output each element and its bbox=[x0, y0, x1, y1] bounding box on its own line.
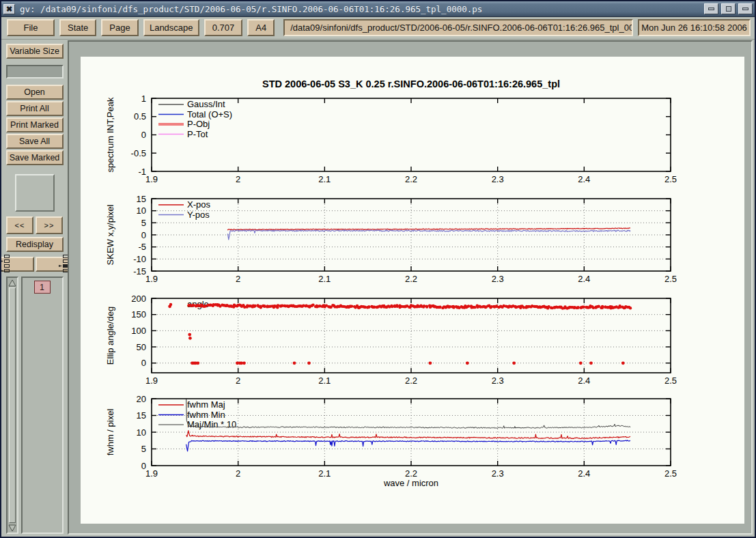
page-scrollbar[interactable] bbox=[6, 277, 18, 534]
app-body: Variable Size Open Print All Print Marke… bbox=[1, 40, 755, 537]
svg-text:2.2: 2.2 bbox=[405, 376, 417, 386]
maximize-icon bbox=[726, 6, 731, 12]
svg-text:2.5: 2.5 bbox=[664, 174, 677, 184]
titlebar[interactable]: ✖ gv: /data09/sinfoni/dfs_product/STD/20… bbox=[1, 1, 755, 17]
series-angle-band bbox=[187, 303, 632, 310]
scroll-up-icon bbox=[8, 279, 16, 287]
svg-text:0: 0 bbox=[141, 130, 146, 140]
scroll-down-icon bbox=[8, 524, 16, 532]
svg-text:2.4: 2.4 bbox=[578, 468, 590, 479]
svg-text:2.1: 2.1 bbox=[318, 376, 331, 386]
state-button[interactable]: State bbox=[59, 19, 96, 36]
svg-text:5: 5 bbox=[141, 444, 146, 454]
page-nav: << >> bbox=[6, 216, 63, 234]
legend-label-0-1: Total (O+S) bbox=[187, 109, 232, 119]
svg-text:2.2: 2.2 bbox=[405, 274, 417, 284]
print-all-button[interactable]: Print All bbox=[6, 101, 64, 116]
svg-text:0.5: 0.5 bbox=[134, 111, 146, 122]
svg-text:150: 150 bbox=[131, 309, 146, 320]
page-list-item[interactable]: 1 bbox=[34, 281, 51, 294]
save-marked-button[interactable]: Save Marked bbox=[6, 150, 64, 165]
svg-text:15: 15 bbox=[137, 194, 146, 204]
scale-button[interactable]: 0.707 bbox=[204, 19, 243, 36]
window-shade-button[interactable] bbox=[738, 3, 753, 14]
gv-window: ✖ gv: /data09/sinfoni/dfs_product/STD/20… bbox=[0, 0, 756, 538]
subplot-skew: X-posY-pos1.922.12.22.32.42.5151050-5-10… bbox=[105, 194, 677, 285]
svg-text:1: 1 bbox=[141, 94, 146, 104]
page-locator[interactable] bbox=[15, 174, 55, 212]
window-minimize-button[interactable] bbox=[704, 3, 718, 14]
ylabel-skew: SKEW x,y/pixel bbox=[105, 204, 115, 265]
next-page-button[interactable]: >> bbox=[36, 216, 63, 234]
save-all-button[interactable]: Save All bbox=[6, 134, 64, 149]
svg-text:50: 50 bbox=[137, 342, 146, 352]
series-angle-outliers bbox=[168, 305, 624, 365]
svg-text:2.1: 2.1 bbox=[318, 468, 331, 479]
svg-text:2: 2 bbox=[236, 274, 240, 284]
series-maj-min-10 bbox=[186, 399, 630, 428]
plot-canvas: STD 2006-06-05 S3_K 0.25 r.SINFO.2006-06… bbox=[81, 57, 744, 524]
svg-text:2.4: 2.4 bbox=[578, 274, 590, 284]
scrollbar-thumb[interactable] bbox=[9, 287, 16, 523]
datetime-display: Mon Jun 26 16:10:58 2006 bbox=[638, 19, 751, 36]
window-title: gv: /data09/sinfoni/dfs_product/STD/2006… bbox=[18, 4, 701, 14]
legend-label-0-2: P-Obj bbox=[187, 119, 210, 129]
print-marked-button[interactable]: Print Marked bbox=[6, 117, 64, 132]
size-display bbox=[6, 65, 64, 79]
legend-label-0-3: P-Tot bbox=[187, 129, 208, 139]
svg-text:1.9: 1.9 bbox=[145, 274, 158, 284]
svg-text:2: 2 bbox=[236, 376, 240, 386]
orientation-button[interactable]: Landscape bbox=[143, 19, 199, 36]
svg-text:2.5: 2.5 bbox=[664, 468, 677, 479]
svg-text:200: 200 bbox=[131, 294, 146, 304]
legend-label-3-0: fwhm Maj bbox=[187, 399, 225, 410]
svg-text:2.3: 2.3 bbox=[492, 468, 504, 479]
svg-text:-15: -15 bbox=[133, 266, 146, 277]
page-button[interactable]: Page bbox=[101, 19, 138, 36]
xlabel: wave / micron bbox=[383, 478, 438, 488]
svg-text:1.9: 1.9 bbox=[145, 376, 158, 386]
svg-text:-5: -5 bbox=[138, 242, 146, 252]
figure-title: STD 2006-06-05 S3_K 0.25 r.SINFO.2006-06… bbox=[262, 79, 560, 89]
subplot-fwhm: fwhm Majfwhm MinMaj/Min * 101.922.12.22.… bbox=[105, 394, 677, 489]
document-viewport[interactable]: STD 2006-06-05 S3_K 0.25 r.SINFO.2006-06… bbox=[68, 40, 753, 535]
scroll-up-button[interactable] bbox=[8, 278, 17, 287]
redisplay-button[interactable]: Redisplay bbox=[6, 237, 64, 252]
window-menu-button[interactable]: ✖ bbox=[3, 4, 15, 14]
svg-text:-10: -10 bbox=[133, 254, 146, 264]
variable-size-button[interactable]: Variable Size bbox=[6, 44, 64, 59]
svg-text:2.1: 2.1 bbox=[318, 174, 331, 184]
legend-label-1-1: Y-pos bbox=[187, 210, 210, 220]
svg-text:2.4: 2.4 bbox=[578, 376, 590, 386]
scroll-down-button[interactable] bbox=[8, 523, 17, 533]
legend-label-3-1: fwhm Min bbox=[187, 410, 225, 420]
x-logo-icon: ✖ bbox=[6, 5, 12, 13]
file-button[interactable]: File bbox=[7, 19, 55, 36]
postscript-page: STD 2006-06-05 S3_K 0.25 r.SINFO.2006-06… bbox=[81, 57, 744, 524]
svg-text:2.3: 2.3 bbox=[492, 274, 504, 284]
mark-even-icon bbox=[0, 254, 10, 274]
ylabel-spectrum: spectrum INT,Peak bbox=[105, 97, 115, 172]
window-maximize-button[interactable] bbox=[721, 3, 736, 14]
legend-label-1-0: X-pos bbox=[187, 199, 210, 210]
document-path-field[interactable]: /data09/sinfoni/dfs_product/STD/2006-06-… bbox=[283, 19, 633, 36]
svg-text:100: 100 bbox=[131, 326, 146, 336]
window-controls bbox=[704, 3, 753, 14]
subplot-spectrum: Gauss/IntTotal (O+S)P-ObjP-Tot1.922.12.2… bbox=[105, 94, 677, 185]
svg-text:15: 15 bbox=[137, 410, 146, 421]
series-fwhm-min bbox=[186, 440, 630, 451]
series-fwhm-maj bbox=[186, 431, 630, 439]
mark-even-button[interactable] bbox=[0, 257, 34, 272]
prev-page-button[interactable]: << bbox=[6, 216, 33, 234]
svg-text:2.2: 2.2 bbox=[405, 174, 417, 184]
page-scroll-region: 1 bbox=[6, 277, 64, 534]
paper-size-button[interactable]: A4 bbox=[247, 19, 275, 36]
series-x-pos bbox=[228, 228, 630, 230]
svg-text:0: 0 bbox=[141, 358, 146, 368]
open-button[interactable]: Open bbox=[6, 85, 64, 100]
svg-text:10: 10 bbox=[137, 206, 146, 216]
ylabel-fwhm: fwhm / pixel bbox=[105, 409, 115, 456]
svg-text:0: 0 bbox=[141, 461, 146, 471]
toolbar: File State Page Landscape 0.707 A4 /data… bbox=[1, 17, 755, 40]
svg-text:1.9: 1.9 bbox=[145, 174, 158, 184]
